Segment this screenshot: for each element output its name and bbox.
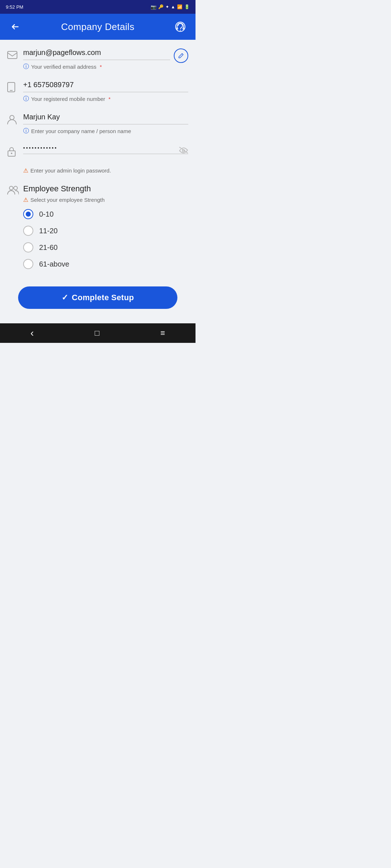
status-icons: 📷 🔑 ✦ ▲ 📶 🔋 <box>151 4 190 10</box>
employee-strength-row: Employee Strength ⚠ Select your employee… <box>7 184 188 203</box>
radio-inner-0-10 <box>26 212 31 217</box>
app-bar: Company Details <box>0 14 196 40</box>
password-toggle-button[interactable] <box>179 145 188 154</box>
nav-home-button[interactable]: □ <box>95 328 100 338</box>
email-field-row: marjun@pageflows.com ⓘ Your verified ema… <box>7 48 188 71</box>
email-edit-button[interactable] <box>174 48 188 63</box>
complete-button-container: ✓ Complete Setup <box>7 276 188 316</box>
password-warn-icon: ⚠ <box>23 167 28 174</box>
svg-point-1 <box>180 30 181 31</box>
password-hint-text: Enter your admin login password. <box>30 167 111 174</box>
phone-hint-text: Your registered mobile number <box>31 96 105 102</box>
radio-label-61-above: 61-above <box>39 260 69 268</box>
email-hint: ⓘ Your verified email address * <box>23 63 170 71</box>
radio-label-0-10: 0-10 <box>39 210 54 218</box>
phone-info-icon: ⓘ <box>23 95 29 103</box>
svg-point-5 <box>10 115 14 120</box>
lock-icon <box>7 145 23 157</box>
nav-menu-button[interactable]: ≡ <box>160 328 165 338</box>
phone-field-content: +1 6575089797 ⓘ Your registered mobile n… <box>23 81 188 103</box>
radio-item-11-20[interactable]: 11-20 <box>23 226 188 236</box>
key-icon: 🔑 <box>158 4 164 9</box>
email-field-content: marjun@pageflows.com ⓘ Your verified ema… <box>23 48 170 71</box>
complete-setup-button[interactable]: ✓ Complete Setup <box>18 286 177 309</box>
name-field-content: Marjun Kay ⓘ Enter your company name / p… <box>23 113 188 135</box>
phone-value: +1 6575089797 <box>23 81 188 92</box>
radio-item-21-60[interactable]: 21-60 <box>23 242 188 252</box>
password-value: •••••••••••• <box>23 145 188 154</box>
bottom-nav: ‹ □ ≡ <box>0 323 196 343</box>
radio-circle-61-above <box>23 259 33 269</box>
status-time: 9:52 PM <box>6 4 23 10</box>
check-icon: ✓ <box>62 293 68 302</box>
password-field-row: •••••••••••• ⚠ Enter your admin login pa… <box>7 145 188 174</box>
radio-group: 0-10 11-20 21-60 61-above <box>7 209 188 269</box>
main-content: marjun@pageflows.com ⓘ Your verified ema… <box>0 40 196 323</box>
svg-rect-2 <box>176 27 178 30</box>
time-text: 9:52 PM <box>6 4 23 10</box>
email-value: marjun@pageflows.com <box>23 48 170 60</box>
phone-field-row: +1 6575089797 ⓘ Your registered mobile n… <box>7 81 188 103</box>
wifi-icon: 📶 <box>177 4 182 9</box>
radio-item-0-10[interactable]: 0-10 <box>23 209 188 219</box>
camera-icon: 📷 <box>151 4 156 10</box>
complete-setup-label: Complete Setup <box>72 293 134 302</box>
employee-strength-hint: ⚠ Select your employee Strength <box>23 196 188 203</box>
employee-strength-warn-icon: ⚠ <box>23 196 28 203</box>
name-field-row: Marjun Kay ⓘ Enter your company name / p… <box>7 113 188 135</box>
bluetooth-icon: ✦ <box>165 4 169 9</box>
support-button[interactable] <box>172 19 188 35</box>
svg-point-8 <box>182 150 185 152</box>
nav-back-button[interactable]: ‹ <box>30 327 34 339</box>
phone-icon <box>7 81 23 92</box>
radio-label-21-60: 21-60 <box>39 243 58 252</box>
email-hint-text: Your verified email address <box>31 64 96 70</box>
svg-rect-4 <box>8 51 17 59</box>
status-bar: 9:52 PM 📷 🔑 ✦ ▲ 📶 🔋 <box>0 0 196 14</box>
person-icon <box>7 113 23 124</box>
radio-item-61-above[interactable]: 61-above <box>23 259 188 269</box>
back-button[interactable] <box>7 19 23 35</box>
radio-label-11-20: 11-20 <box>39 227 58 235</box>
email-icon <box>7 48 23 59</box>
employee-strength-hint-text: Select your employee Strength <box>30 197 105 203</box>
group-icon <box>7 184 23 195</box>
name-info-icon: ⓘ <box>23 127 29 135</box>
name-value: Marjun Kay <box>23 113 188 124</box>
signal-icon: ▲ <box>171 4 175 9</box>
svg-point-9 <box>9 186 13 190</box>
password-hint: ⚠ Enter your admin login password. <box>23 167 188 174</box>
radio-circle-21-60 <box>23 242 33 252</box>
phone-required: * <box>109 96 111 102</box>
email-info-icon: ⓘ <box>23 63 29 71</box>
svg-rect-3 <box>182 27 184 30</box>
battery-icon: 🔋 <box>184 4 190 9</box>
email-required: * <box>100 64 102 70</box>
employee-strength-label: Employee Strength <box>23 184 91 193</box>
phone-hint: ⓘ Your registered mobile number * <box>23 95 188 103</box>
radio-circle-0-10 <box>23 209 33 219</box>
svg-point-10 <box>14 186 17 190</box>
radio-circle-11-20 <box>23 226 33 236</box>
employee-strength-content: Employee Strength ⚠ Select your employee… <box>23 184 188 203</box>
name-hint-text: Enter your company name / person name <box>31 128 131 134</box>
svg-point-7 <box>11 153 12 154</box>
page-title: Company Details <box>61 21 134 33</box>
name-hint: ⓘ Enter your company name / person name <box>23 127 188 135</box>
password-field-content: •••••••••••• ⚠ Enter your admin login pa… <box>23 145 188 174</box>
